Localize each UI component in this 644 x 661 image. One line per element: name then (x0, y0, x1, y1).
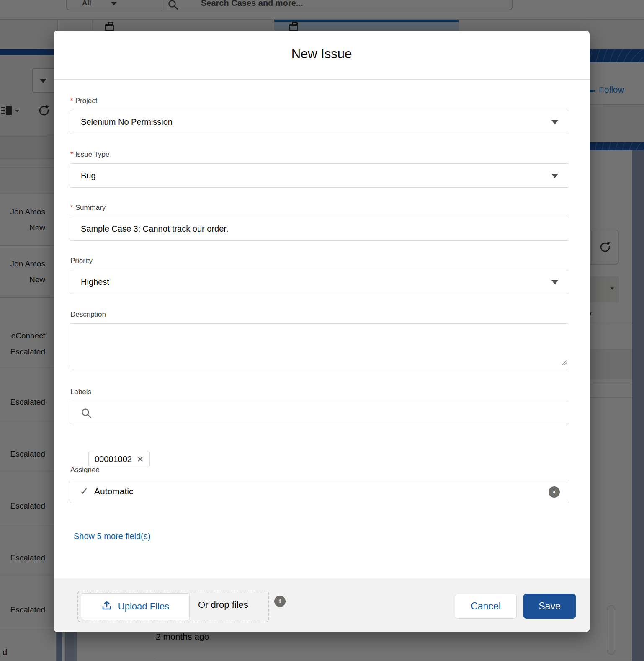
info-icon[interactable]: i (274, 596, 286, 607)
project-field-group: *Project Selenium No Permission (70, 97, 569, 134)
save-button[interactable]: Save (523, 594, 576, 619)
check-icon: ✓ (80, 485, 88, 497)
labels-search-input[interactable] (70, 401, 569, 424)
chevron-down-icon (551, 280, 558, 284)
issue-type-value: Bug (81, 171, 96, 181)
assignee-select[interactable]: ✓ Automatic ✕ (70, 480, 569, 503)
chevron-down-icon (551, 120, 558, 124)
modal-footer: Upload Files Or drop files i Cancel Save (54, 579, 590, 632)
labels-label: Labels (70, 388, 569, 396)
description-label: Description (70, 310, 569, 319)
chevron-down-icon (551, 174, 558, 178)
assignee-label: Assignee (70, 466, 569, 474)
issue-type-label: *Issue Type (70, 150, 569, 159)
upload-files-button[interactable]: Upload Files (81, 593, 190, 620)
summary-field-group: *Summary (70, 204, 569, 241)
summary-input[interactable] (70, 217, 569, 241)
required-marker: * (70, 150, 73, 158)
labels-search-box (70, 401, 569, 424)
clear-assignee-icon[interactable]: ✕ (549, 486, 560, 498)
description-textarea[interactable] (70, 323, 569, 369)
summary-label: *Summary (70, 204, 569, 212)
labels-field-group: Labels 00001002 ✕ (70, 388, 569, 424)
assignee-field-group: Assignee ✓ Automatic ✕ (70, 466, 569, 503)
priority-value: Highest (81, 277, 109, 287)
required-marker: * (70, 97, 73, 105)
required-marker: * (70, 204, 73, 212)
new-issue-modal: New Issue *Project Selenium No Permissio… (54, 31, 590, 632)
priority-label: Priority (70, 257, 569, 265)
description-field-group: Description (70, 310, 569, 371)
upload-files-label: Upload Files (118, 601, 169, 612)
issue-type-field-group: *Issue Type Bug (70, 150, 569, 188)
issue-type-select[interactable]: Bug (70, 163, 569, 188)
cancel-button[interactable]: Cancel (455, 594, 517, 619)
modal-title: New Issue (54, 46, 590, 62)
upload-icon (101, 600, 112, 613)
priority-select[interactable]: Highest (70, 270, 569, 294)
remove-tag-icon[interactable]: ✕ (137, 454, 144, 464)
project-label: *Project (70, 97, 569, 105)
label-tag-text: 00001002 (95, 454, 132, 464)
project-select[interactable]: Selenium No Permission (70, 110, 569, 134)
show-more-fields-link[interactable]: Show 5 more field(s) (74, 532, 150, 541)
assignee-value: Automatic (94, 486, 133, 496)
screen: All Search Cases and more... (0, 0, 644, 661)
project-value: Selenium No Permission (81, 117, 173, 127)
divider (54, 79, 590, 80)
label-tag-pill[interactable]: 00001002 ✕ (88, 451, 150, 467)
priority-field-group: Priority Highest (70, 257, 569, 294)
or-drop-files-text: Or drop files (198, 599, 248, 610)
